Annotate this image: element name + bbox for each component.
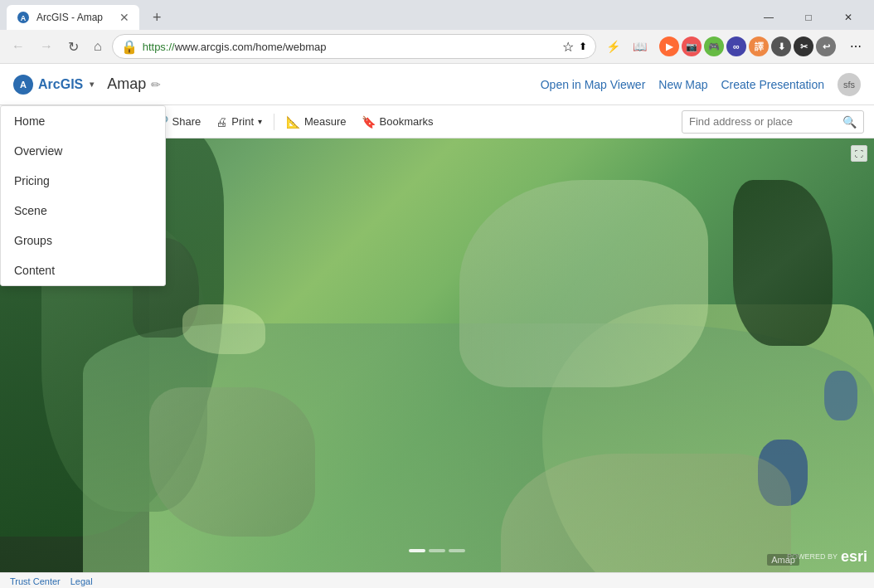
map-title-area: Amap ✏: [107, 75, 161, 93]
dropdown-item-groups[interactable]: Groups: [1, 226, 165, 255]
trust-center-link[interactable]: Trust Center: [10, 576, 61, 586]
user-avatar[interactable]: sfs: [838, 73, 861, 96]
print-button[interactable]: 🖨 Print ▾: [209, 112, 269, 132]
close-button[interactable]: ✕: [829, 5, 867, 30]
tab-close-button[interactable]: ✕: [119, 11, 129, 24]
print-icon: 🖨: [216, 115, 227, 129]
terrain-highlight: [182, 304, 265, 354]
progress-dots: [409, 549, 465, 552]
share-browser-icon[interactable]: ⬆: [579, 41, 587, 52]
reload-button[interactable]: ↻: [63, 36, 84, 58]
amap-watermark: Amap: [767, 554, 799, 566]
new-map-link[interactable]: New Map: [658, 78, 707, 91]
user-initials: sfs: [843, 80, 855, 90]
terrain-detail-3: [501, 454, 791, 572]
legal-link[interactable]: Legal: [70, 576, 93, 586]
search-box[interactable]: 🔍: [682, 110, 864, 134]
dropdown-item-overview[interactable]: Overview: [1, 136, 165, 166]
print-label: Print: [231, 115, 254, 128]
window-controls: — □ ✕: [750, 5, 867, 30]
dropdown-item-content[interactable]: Content: [1, 255, 165, 285]
browser-tab[interactable]: A ArcGIS - Amap ✕: [7, 5, 139, 30]
lock-icon: 🔒: [121, 39, 138, 55]
ext-icon-3[interactable]: 🎮: [704, 36, 724, 56]
https-text: https://: [143, 41, 175, 53]
header-actions: Open in Map Viewer New Map Create Presen…: [541, 73, 861, 96]
ext-icon-1[interactable]: ▶: [659, 36, 679, 56]
dropdown-menu: Home Overview Pricing Scene Groups Conte…: [0, 105, 166, 286]
measure-button[interactable]: 📐 Measure: [279, 112, 353, 132]
toolbar-divider: [274, 114, 274, 130]
progress-dot-3: [449, 549, 465, 552]
open-in-map-viewer-link[interactable]: Open in Map Viewer: [541, 78, 646, 91]
app-footer: Trust Center Legal: [0, 572, 874, 588]
terrain-water-2: [824, 371, 857, 420]
expand-button[interactable]: ⛶: [851, 145, 867, 162]
more-icon[interactable]: ⋯: [844, 35, 867, 58]
minimize-button[interactable]: —: [750, 5, 788, 30]
app-container: A ArcGIS ▾ Amap ✏ Open in Map Viewer New…: [0, 64, 874, 588]
progress-dot-2: [429, 549, 445, 552]
dropdown-item-scene[interactable]: Scene: [1, 196, 165, 226]
star-icon[interactable]: ☆: [562, 39, 574, 55]
url-domain: www.arcgis.com: [175, 41, 253, 53]
browser-toolbar: ← → ↻ ⌂ 🔒 https://www.arcgis.com/home/we…: [0, 30, 874, 63]
print-dropdown-icon: ▾: [258, 117, 262, 126]
map-title-text: Amap: [107, 75, 146, 93]
esri-logo: esri: [841, 548, 867, 566]
forward-button[interactable]: →: [35, 36, 58, 57]
restore-button[interactable]: □: [789, 5, 828, 30]
url-path: /home/webmap: [253, 41, 327, 53]
ext-icon-4[interactable]: ∞: [726, 36, 746, 56]
bookmarks-icon: 🔖: [362, 115, 376, 129]
measure-label: Measure: [304, 115, 347, 128]
expand-icon: ⛶: [855, 149, 863, 158]
dropdown-item-pricing[interactable]: Pricing: [1, 166, 165, 196]
ext-icon-7[interactable]: ✂: [794, 36, 813, 56]
svg-text:A: A: [21, 14, 27, 22]
edit-title-icon[interactable]: ✏: [151, 78, 161, 91]
dropdown-item-home[interactable]: Home: [1, 106, 165, 136]
lightning-icon[interactable]: ⚡: [601, 35, 624, 58]
ext-icon-2[interactable]: 📷: [682, 36, 702, 56]
app-header: A ArcGIS ▾ Amap ✏ Open in Map Viewer New…: [0, 64, 874, 105]
home-browser-button[interactable]: ⌂: [89, 36, 107, 57]
tab-title: ArcGIS - Amap: [36, 12, 113, 23]
extension-icons: ▶ 📷 🎮 ∞ 譯 ⬇ ✂ ↩: [659, 36, 836, 56]
address-bar[interactable]: 🔒 https://www.arcgis.com/home/webmap ☆ ⬆: [112, 34, 596, 59]
create-presentation-link[interactable]: Create Presentation: [721, 78, 824, 91]
progress-dot-1: [409, 549, 425, 552]
bookmarks-button[interactable]: 🔖 Bookmarks: [355, 112, 440, 132]
arcgis-logo-text: ArcGIS: [38, 77, 83, 92]
share-label: Share: [172, 115, 202, 128]
ext-icon-8[interactable]: ↩: [816, 36, 836, 56]
terrain-detail-2: [149, 387, 315, 537]
new-tab-button[interactable]: +: [146, 7, 168, 28]
search-button[interactable]: 🔍: [842, 115, 857, 129]
measure-icon: 📐: [286, 115, 300, 129]
terrain-detail-4: [733, 180, 833, 346]
search-input[interactable]: [689, 115, 838, 128]
reader-icon[interactable]: 📖: [628, 35, 651, 58]
arcgis-logo[interactable]: A ArcGIS ▾: [13, 75, 94, 95]
browser-favicon: A: [17, 11, 30, 24]
logo-dropdown-icon: ▾: [90, 80, 94, 89]
browser-toolbar-icons: ⚡ 📖: [601, 35, 651, 58]
arcgis-logo-icon: A: [13, 75, 33, 95]
ext-icon-6[interactable]: ⬇: [771, 36, 791, 56]
terrain-5: [459, 180, 708, 387]
ext-icon-5[interactable]: 譯: [749, 36, 769, 56]
bookmarks-label: Bookmarks: [380, 115, 434, 128]
address-url: https://www.arcgis.com/home/webmap: [143, 41, 557, 53]
back-button[interactable]: ←: [7, 36, 30, 57]
browser-titlebar: A ArcGIS - Amap ✕ + — □ ✕: [0, 0, 874, 30]
